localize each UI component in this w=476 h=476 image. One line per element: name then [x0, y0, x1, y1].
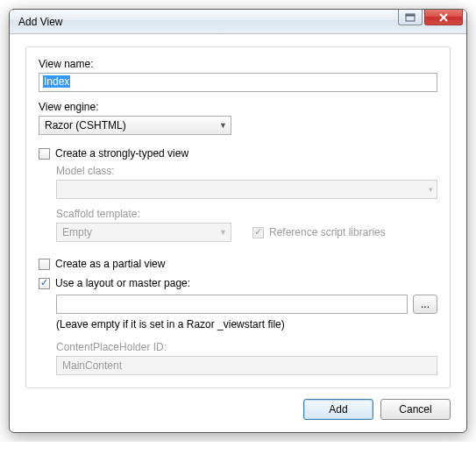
use-layout-checkbox[interactable] [39, 278, 50, 289]
ref-scripts-row: Reference script libraries [252, 226, 386, 238]
cancel-button[interactable]: Cancel [380, 399, 451, 420]
view-engine-row: View engine: Razor (CSHTML) ▼ [39, 101, 437, 135]
titlebar: Add View [10, 10, 466, 34]
view-engine-select[interactable]: Razor (CSHTML) ▼ [39, 116, 231, 135]
cph-label: ContentPlaceHolder ID: [56, 341, 437, 353]
add-button-label: Add [329, 403, 347, 416]
view-name-row: View name: Index [39, 58, 437, 92]
layout-hint: (Leave empty if it is set in a Razor _vi… [56, 318, 437, 330]
chevron-down-icon: ▾ [429, 185, 433, 194]
view-name-value: Index [43, 75, 70, 88]
maximize-button[interactable] [398, 10, 423, 25]
window-title: Add View [18, 16, 62, 28]
cancel-button-label: Cancel [399, 403, 431, 416]
partial-view-checkbox[interactable] [39, 259, 50, 270]
partial-view-row: Create as a partial view [39, 258, 437, 270]
add-button[interactable]: Add [303, 399, 373, 420]
scaffold-label: Scaffold template: [56, 208, 437, 220]
window-buttons [398, 10, 463, 25]
model-class-select: ▾ [56, 180, 437, 199]
scaffold-select: Empty ▼ [56, 223, 231, 242]
view-engine-label: View engine: [39, 101, 437, 113]
view-name-input[interactable]: Index [39, 73, 437, 92]
strongly-typed-label: Create a strongly-typed view [55, 147, 188, 160]
browse-button[interactable]: ... [413, 295, 437, 314]
form-panel: View name: Index View engine: Razor (CSH… [25, 46, 451, 388]
scaffold-row: Scaffold template: Empty ▼ Reference scr… [56, 208, 437, 242]
strongly-typed-row: Create a strongly-typed view [39, 147, 437, 160]
scaffold-value: Empty [62, 226, 92, 238]
strongly-typed-group: Model class: ▾ Scaffold template: Empty … [56, 165, 437, 242]
dialog-window: Add View View name: Index View engine: R… [9, 9, 467, 433]
layout-path-row: ... [56, 295, 437, 314]
cph-input: MainContent [56, 356, 437, 375]
chevron-down-icon: ▼ [219, 121, 227, 130]
use-layout-label: Use a layout or master page: [55, 277, 190, 289]
maximize-icon [405, 13, 416, 22]
cph-row: ContentPlaceHolder ID: MainContent [56, 341, 437, 375]
layout-group: ... (Leave empty if it is set in a Razor… [56, 295, 437, 375]
view-name-label: View name: [39, 58, 437, 70]
ref-scripts-label: Reference script libraries [269, 226, 386, 238]
use-layout-row: Use a layout or master page: [39, 277, 437, 289]
dialog-buttons: Add Cancel [25, 399, 451, 420]
strongly-typed-checkbox[interactable] [39, 148, 50, 160]
close-icon [438, 13, 449, 22]
model-class-row: Model class: ▾ [56, 165, 437, 199]
browse-label: ... [421, 298, 430, 310]
cph-value: MainContent [62, 359, 122, 372]
partial-view-label: Create as a partial view [55, 258, 165, 270]
close-button[interactable] [424, 10, 463, 25]
view-engine-value: Razor (CSHTML) [45, 119, 126, 131]
ref-scripts-checkbox [252, 227, 264, 238]
chevron-down-icon: ▼ [219, 228, 227, 237]
dialog-content: View name: Index View engine: Razor (CSH… [10, 34, 466, 432]
layout-path-input[interactable] [56, 295, 408, 314]
model-class-label: Model class: [56, 165, 437, 177]
